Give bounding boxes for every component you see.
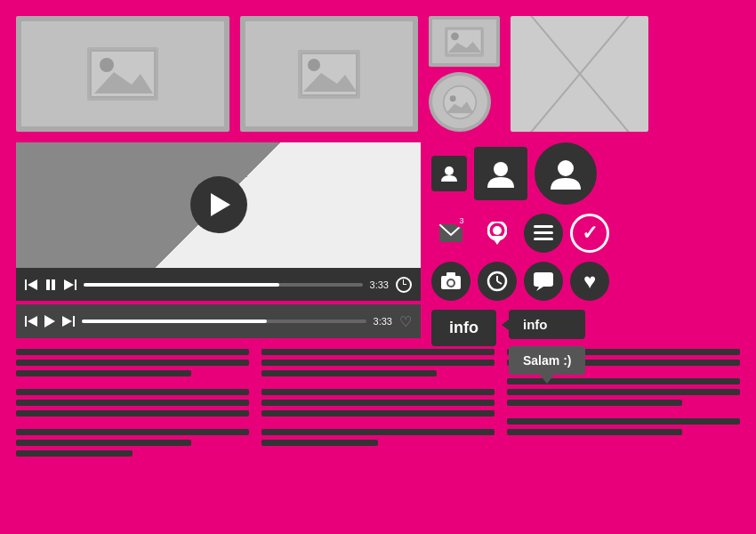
svg-rect-15 (25, 279, 27, 290)
svg-point-30 (493, 226, 502, 235)
svg-point-13 (450, 95, 456, 101)
text-line (261, 429, 495, 435)
image-placeholder-large (16, 16, 229, 132)
text-line (16, 440, 191, 446)
menu-icon[interactable] (524, 214, 563, 253)
icons-row-2: ♥ (431, 262, 740, 301)
text-line (261, 370, 437, 376)
check-icon[interactable]: ✓ (570, 214, 609, 253)
clock-icon-primary[interactable] (396, 277, 412, 293)
svg-point-10 (451, 32, 459, 40)
text-line (507, 429, 682, 435)
info-tooltip[interactable]: info (509, 310, 585, 339)
skip-back-button[interactable] (25, 279, 37, 291)
svg-rect-24 (73, 316, 75, 327)
right-icon-panel: 3 ✓ (431, 142, 740, 338)
text-col-2 (261, 349, 495, 518)
user-avatar-medium[interactable] (474, 147, 527, 200)
text-line (261, 360, 495, 366)
progress-bar-primary[interactable] (84, 283, 363, 287)
text-line (16, 410, 249, 417)
progress-bar-secondary[interactable] (82, 320, 366, 323)
salam-tooltip[interactable]: Salam :) (509, 346, 585, 375)
text-line (16, 370, 191, 376)
image-placeholder-circle (429, 72, 491, 132)
text-lines-row (16, 349, 740, 518)
svg-rect-35 (534, 238, 553, 240)
app-container: 3:33 (0, 0, 756, 534)
user-avatar-large[interactable] (535, 142, 597, 205)
svg-marker-25 (62, 316, 72, 327)
text-line (261, 410, 495, 417)
text-line (507, 400, 682, 406)
video-controls-primary: 3:33 (16, 268, 421, 302)
image-placeholder-medium (240, 16, 418, 132)
text-line (507, 389, 740, 395)
svg-marker-23 (44, 315, 55, 328)
image-placeholder-small (429, 16, 500, 67)
svg-point-26 (445, 166, 454, 175)
svg-point-27 (494, 162, 508, 176)
user-avatar-small[interactable] (431, 156, 467, 191)
image-placeholders-row (16, 16, 740, 132)
svg-marker-16 (28, 279, 37, 290)
svg-rect-21 (25, 316, 27, 327)
text-line (261, 440, 378, 446)
svg-marker-32 (491, 236, 503, 245)
chat-icon[interactable] (524, 262, 563, 301)
svg-point-2 (100, 58, 114, 72)
svg-rect-17 (46, 279, 50, 290)
progress-fill-primary (84, 283, 279, 287)
svg-point-28 (558, 160, 574, 176)
svg-point-12 (444, 85, 477, 118)
play-button-large[interactable] (190, 176, 247, 233)
text-line (261, 400, 495, 406)
svg-rect-33 (534, 225, 553, 228)
heart-icon-2[interactable]: ♥ (570, 262, 609, 301)
text-line (16, 349, 249, 355)
pause-button[interactable] (44, 279, 57, 291)
svg-point-6 (308, 59, 320, 71)
svg-line-42 (497, 281, 502, 284)
image-placeholder-crossed (511, 16, 648, 132)
text-line (16, 389, 249, 395)
skip-forward-button-2[interactable] (62, 315, 75, 328)
progress-fill-secondary (82, 320, 267, 323)
location-icon[interactable] (478, 214, 517, 253)
user-avatars-row (431, 142, 740, 205)
text-line (16, 400, 249, 406)
svg-rect-39 (446, 272, 455, 277)
svg-rect-18 (52, 279, 55, 290)
clock-icon[interactable] (478, 262, 517, 301)
svg-rect-43 (534, 272, 553, 287)
text-line (261, 349, 495, 355)
icons-row-1: 3 ✓ (431, 214, 740, 253)
text-line (16, 450, 133, 457)
video-player: 3:33 (16, 142, 421, 338)
svg-point-38 (448, 280, 454, 286)
text-line (16, 429, 249, 435)
heart-icon[interactable]: ♡ (399, 313, 412, 330)
text-line (261, 389, 495, 395)
envelope-badge: 3 (454, 214, 469, 228)
skip-back-button-2[interactable] (25, 315, 37, 328)
text-col-1 (16, 349, 249, 518)
middle-row: 3:33 (16, 142, 740, 338)
video-controls-secondary: 3:33 ♡ (16, 304, 421, 338)
info-button-1[interactable]: info (431, 310, 496, 346)
svg-rect-19 (75, 279, 76, 290)
video-screen (16, 142, 421, 268)
text-line (16, 360, 249, 366)
camera-icon[interactable] (431, 262, 470, 301)
image-small-stack (429, 16, 500, 132)
time-display-secondary: 3:33 (374, 316, 392, 327)
envelope-icon[interactable]: 3 (431, 214, 470, 253)
time-display-primary: 3:33 (370, 279, 389, 290)
svg-marker-44 (536, 287, 543, 291)
svg-marker-22 (28, 316, 37, 327)
svg-rect-34 (534, 231, 553, 234)
svg-marker-20 (64, 279, 74, 290)
play-button-2[interactable] (44, 315, 55, 328)
skip-forward-button[interactable] (64, 279, 76, 291)
text-line (507, 418, 740, 425)
